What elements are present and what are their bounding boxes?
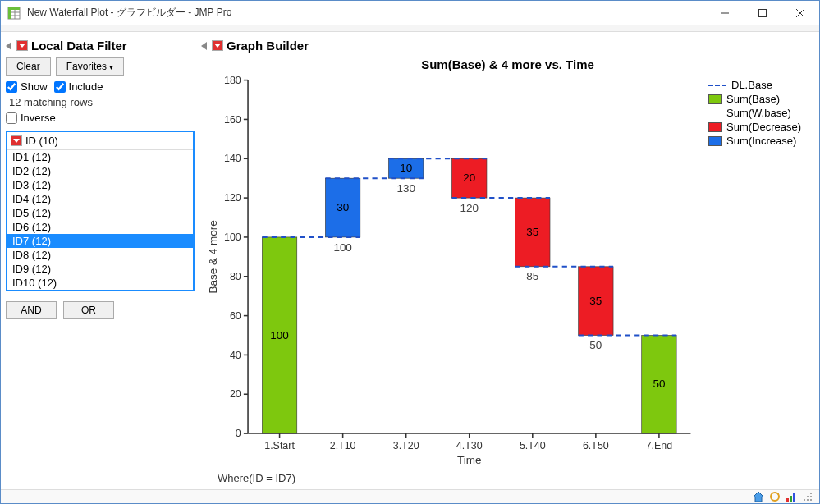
svg-text:100: 100 [333, 241, 351, 254]
legend-label: Sum(Base) [726, 93, 780, 106]
plot-area[interactable]: 0204060801001201401601801003010010130201… [201, 75, 703, 469]
or-button[interactable]: OR [63, 301, 114, 319]
svg-text:180: 180 [224, 75, 241, 86]
svg-point-80 [804, 499, 805, 501]
svg-text:40: 40 [230, 350, 241, 361]
legend-label: DL.Base [731, 79, 772, 92]
svg-point-79 [810, 496, 812, 497]
clear-button[interactable]: Clear [6, 57, 51, 76]
logic-buttons: AND OR [6, 301, 195, 319]
svg-rect-74 [786, 498, 789, 502]
graph-builder-panel: Graph Builder Sum(Base) & 4 more vs. Tim… [201, 37, 814, 484]
include-checkbox[interactable] [54, 81, 66, 93]
svg-text:140: 140 [224, 153, 241, 164]
show-label: Show [21, 80, 48, 93]
disclosure-icon[interactable] [201, 42, 207, 50]
dash-line-icon [708, 85, 726, 86]
resize-grip-icon[interactable] [801, 490, 814, 503]
red-triangle-menu-filter[interactable] [11, 135, 22, 146]
svg-text:Base & 4 more: Base & 4 more [207, 220, 219, 293]
svg-text:Time: Time [457, 454, 481, 466]
reset-icon[interactable] [768, 490, 781, 503]
id-filter-box: ID (10) ID1 (12)ID2 (12)ID3 (12)ID4 (12)… [6, 131, 195, 291]
filter-item[interactable]: ID2 (12) [7, 164, 193, 178]
svg-text:50: 50 [653, 378, 665, 390]
svg-text:0: 0 [236, 428, 241, 439]
app-window: New Waterfall Plot - グラフビルダー - JMP Pro L… [0, 0, 820, 504]
inverse-checkbox[interactable] [6, 112, 17, 124]
svg-text:160: 160 [224, 114, 241, 126]
svg-text:120: 120 [460, 202, 479, 214]
svg-point-81 [807, 499, 809, 501]
id-filter-title: ID (10) [25, 135, 58, 147]
filter-item[interactable]: ID6 (12) [7, 220, 193, 234]
svg-text:85: 85 [526, 270, 538, 282]
graph-panel-header: Graph Builder [201, 37, 814, 54]
filter-item[interactable]: ID5 (12) [7, 206, 193, 220]
svg-text:30: 30 [337, 201, 349, 213]
svg-text:120: 120 [224, 192, 241, 204]
svg-text:10: 10 [400, 162, 412, 174]
app-icon [7, 7, 21, 20]
filter-item[interactable]: ID10 (12) [7, 276, 193, 290]
filter-button-row: Clear Favorites [6, 57, 195, 76]
maximize-button[interactable] [744, 1, 781, 25]
svg-text:100: 100 [270, 329, 288, 341]
matching-rows-text: 12 matching rows [9, 96, 191, 108]
legend-sumbase[interactable]: Sum(Base) [708, 93, 809, 106]
chart-container: Sum(Base) & 4 more vs. Time 020406080100… [201, 54, 814, 484]
and-button[interactable]: AND [6, 301, 57, 319]
menubar[interactable] [1, 25, 819, 32]
svg-rect-7 [759, 9, 767, 16]
inverse-row: Inverse [6, 112, 195, 124]
svg-text:80: 80 [230, 271, 241, 282]
window-controls [706, 1, 819, 25]
filter-item[interactable]: ID7 (12) [7, 234, 193, 248]
where-clause: Where(ID = ID7) [201, 469, 814, 484]
svg-rect-75 [790, 496, 792, 502]
legend-label: Sum(W.base) [726, 107, 791, 120]
show-include-row: Show Include [6, 80, 195, 93]
legend-dlbase[interactable]: DL.Base [708, 79, 809, 92]
color-swatch-icon [708, 122, 722, 132]
filter-item[interactable]: ID4 (12) [7, 192, 193, 206]
svg-text:130: 130 [396, 182, 415, 195]
filter-item[interactable]: ID1 (12) [7, 150, 193, 164]
filter-item[interactable]: ID9 (12) [7, 262, 193, 276]
disclosure-icon[interactable] [6, 42, 11, 50]
svg-text:35: 35 [526, 226, 538, 238]
svg-text:4.T30: 4.T30 [456, 440, 483, 451]
palette-icon[interactable] [785, 490, 798, 503]
svg-point-82 [810, 499, 812, 501]
svg-point-77 [810, 493, 812, 494]
color-swatch-icon [708, 136, 722, 146]
filter-item[interactable]: ID3 (12) [7, 178, 193, 192]
svg-text:7.End: 7.End [646, 440, 673, 451]
favorites-button[interactable]: Favorites [56, 57, 124, 76]
legend: DL.Base Sum(Base) Sum(W.base) Sum(D [703, 75, 814, 469]
legend-label: Sum(Increase) [726, 135, 796, 148]
statusbar [1, 489, 819, 503]
legend-sumdecrease[interactable]: Sum(Decrease) [708, 121, 809, 134]
svg-text:20: 20 [230, 388, 241, 400]
chart-body: 0204060801001201401601801003010010130201… [201, 75, 814, 469]
legend-sumincrease[interactable]: Sum(Increase) [708, 135, 809, 148]
body-area: Local Data Filter Clear Favorites Show I… [1, 32, 819, 489]
id-filter-list[interactable]: ID1 (12)ID2 (12)ID3 (12)ID4 (12)ID5 (12)… [7, 150, 193, 290]
legend-sumwbase[interactable]: Sum(W.base) [708, 107, 809, 120]
svg-point-78 [807, 496, 809, 497]
graph-panel-title: Graph Builder [227, 39, 309, 53]
home-icon[interactable] [752, 490, 765, 503]
close-button[interactable] [781, 1, 819, 25]
red-triangle-menu[interactable] [16, 40, 28, 51]
svg-rect-76 [793, 493, 795, 502]
include-label: Include [69, 80, 103, 93]
inverse-label: Inverse [21, 112, 56, 124]
svg-rect-2 [8, 7, 11, 19]
filter-panel-header: Local Data Filter [6, 37, 195, 54]
filter-item[interactable]: ID8 (12) [7, 248, 193, 262]
svg-text:100: 100 [224, 231, 241, 243]
show-checkbox[interactable] [6, 81, 17, 93]
minimize-button[interactable] [706, 1, 744, 25]
red-triangle-menu-graph[interactable] [212, 40, 223, 51]
